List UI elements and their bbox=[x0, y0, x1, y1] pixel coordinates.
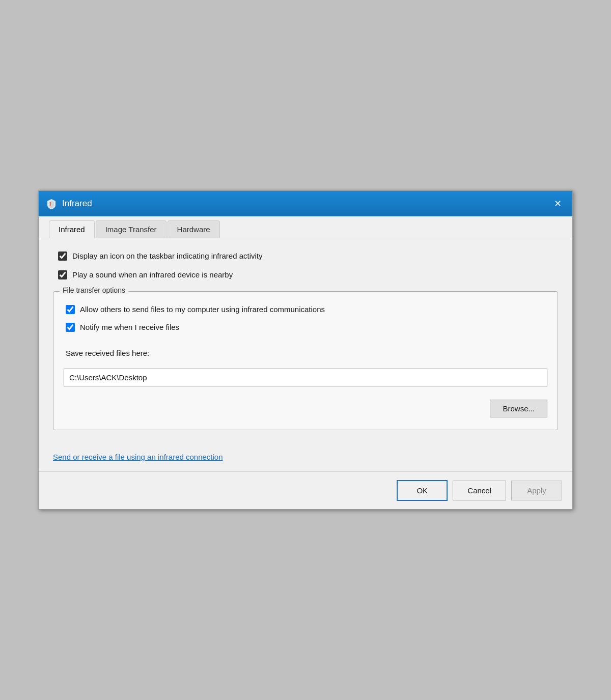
allow-send-row: Allow others to send files to my compute… bbox=[66, 304, 547, 315]
tab-infrared[interactable]: Infrared bbox=[49, 220, 95, 238]
tab-hardware[interactable]: Hardware bbox=[168, 220, 220, 238]
notify-receive-label: Notify me when I receive files bbox=[80, 322, 179, 332]
title-bar: ! Infrared ✕ bbox=[39, 191, 572, 216]
infrared-dialog: ! Infrared ✕ Infrared Image Transfer Har… bbox=[38, 190, 573, 510]
browse-button[interactable]: Browse... bbox=[490, 400, 547, 417]
cancel-button[interactable]: Cancel bbox=[453, 481, 506, 500]
play-sound-label: Play a sound when an infrared device is … bbox=[72, 269, 233, 280]
ok-button[interactable]: OK bbox=[397, 480, 448, 501]
infrared-icon: ! bbox=[46, 198, 57, 209]
save-path-label: Save received files here: bbox=[66, 349, 547, 357]
taskbar-icon-checkbox[interactable] bbox=[58, 251, 67, 261]
notify-receive-row: Notify me when I receive files bbox=[66, 322, 547, 332]
taskbar-icon-label: Display an icon on the taskbar indicatin… bbox=[72, 250, 263, 261]
svg-text:!: ! bbox=[49, 202, 51, 207]
browse-row: Browse... bbox=[64, 400, 547, 417]
bottom-bar: OK Cancel Apply bbox=[39, 471, 572, 509]
content-area: Display an icon on the taskbar indicatin… bbox=[39, 238, 572, 442]
notify-receive-checkbox[interactable] bbox=[66, 323, 75, 332]
group-content: Allow others to send files to my compute… bbox=[64, 304, 547, 417]
link-area: Send or receive a file using an infrared… bbox=[39, 442, 572, 471]
dialog-title: Infrared bbox=[62, 199, 92, 209]
tab-bar: Infrared Image Transfer Hardware bbox=[39, 216, 572, 238]
play-sound-row: Play a sound when an infrared device is … bbox=[58, 269, 558, 280]
group-box-legend: File transfer options bbox=[60, 286, 128, 294]
play-sound-checkbox[interactable] bbox=[58, 270, 67, 279]
tab-image-transfer[interactable]: Image Transfer bbox=[96, 220, 166, 238]
allow-send-label: Allow others to send files to my compute… bbox=[80, 304, 325, 315]
save-path-input[interactable] bbox=[64, 369, 547, 386]
apply-button[interactable]: Apply bbox=[511, 481, 562, 500]
close-button[interactable]: ✕ bbox=[550, 196, 565, 211]
infrared-link[interactable]: Send or receive a file using an infrared… bbox=[53, 453, 223, 461]
title-bar-left: ! Infrared bbox=[46, 198, 92, 209]
file-transfer-group: File transfer options Allow others to se… bbox=[53, 291, 558, 430]
taskbar-icon-row: Display an icon on the taskbar indicatin… bbox=[58, 250, 558, 261]
allow-send-checkbox[interactable] bbox=[66, 305, 75, 314]
